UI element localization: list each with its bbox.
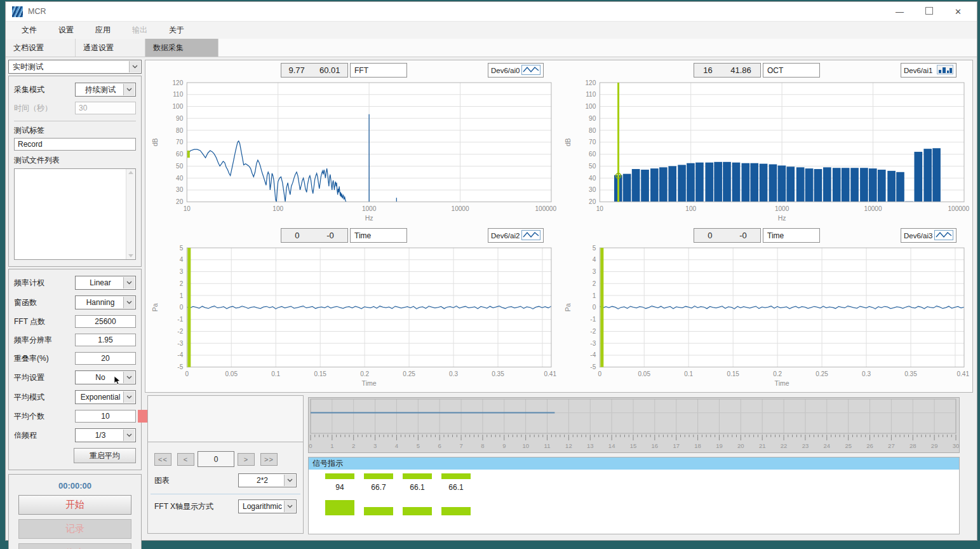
restart-average-button[interactable]: 重启平均 [74,448,136,463]
menu-item-0[interactable]: 文件 [11,25,48,36]
param-select[interactable]: Hanning [75,295,136,309]
menu-item-3: 输出 [121,25,158,36]
close-button[interactable]: ✕ [955,7,962,17]
chart-type-box: FFT [350,63,407,78]
param-value: 1.95 [98,336,112,344]
svg-text:120: 120 [173,79,184,86]
record-position-field[interactable]: 0 [198,451,234,467]
param-select[interactable]: 1/3 [75,428,136,442]
param-row-7: 平均个数10 [14,410,136,423]
chevron-down-icon[interactable] [284,501,295,512]
signal-level-value: 66.1 [448,483,463,492]
divider [151,494,300,494]
svg-text:0.05: 0.05 [225,370,238,377]
param-label: 频率分辨率 [14,335,75,346]
svg-text:3: 3 [180,268,184,275]
test-type-select[interactable]: 实时测试 [8,60,142,74]
svg-text:28: 28 [910,442,916,449]
fft-xaxis-mode-select[interactable]: Logarithmic [238,499,297,513]
menu-item-4[interactable]: 关于 [158,25,195,36]
param-label: 倍频程 [14,430,75,441]
svg-text:10: 10 [522,442,529,449]
svg-text:50: 50 [176,163,184,170]
chevron-down-icon[interactable] [123,430,135,441]
fft-xaxis-mode-label: FFT X轴显示方式 [154,501,213,512]
svg-text:Time: Time [775,379,789,387]
chevron-down-icon[interactable] [123,391,135,403]
prev-record-button[interactable]: < [177,453,194,466]
param-field[interactable]: 25600 [75,315,136,328]
svg-text:17: 17 [673,442,680,449]
svg-text:0.3: 0.3 [449,370,458,377]
param-select[interactable]: Linear [75,276,136,290]
cursor-y-value: 60.01 [319,65,340,75]
chevron-down-icon[interactable] [123,297,135,308]
svg-text:100000: 100000 [535,205,557,212]
chevron-down-icon[interactable] [129,61,140,72]
svg-text:70: 70 [176,139,184,146]
test-file-list[interactable] [14,168,136,260]
param-select[interactable]: No [75,370,136,384]
chevron-down-icon[interactable] [123,372,135,383]
start-button[interactable]: 开始 [18,495,131,515]
cursor-readout: 0-0 [281,228,348,243]
param-row-1: 窗函数Hanning [14,295,136,309]
svg-text:2: 2 [180,280,184,287]
device-name: Dev6/ai3 [904,232,932,240]
test-type-value: 实时测试 [13,62,43,72]
maximize-button[interactable] [925,7,933,17]
timeline-chart[interactable]: 0123456789101112131415161718192021222324… [309,398,959,452]
param-value: 10 [101,412,109,421]
scrollbar[interactable] [126,169,135,259]
record-button: 记录 [18,519,131,539]
chart-layout-select[interactable]: 2*2 [238,473,297,487]
signal-channel-0: 94 [325,473,354,515]
svg-text:2: 2 [593,280,596,287]
tab-0[interactable]: 文档设置 [6,39,76,57]
svg-text:Time: Time [362,379,377,387]
test-tag-field[interactable]: Record [14,138,136,151]
menu-item-2[interactable]: 应用 [84,25,121,36]
svg-text:19: 19 [716,442,723,449]
param-row-3: 频率分辨率1.95 [14,334,136,346]
sidebar: 实时测试 采集模式 持续测试 时间（秒） 30 [8,60,142,549]
run-control-group: 00:00:00 开始 记录 停止 [8,474,142,549]
last-record-button[interactable]: >> [260,453,278,466]
first-record-button[interactable]: << [154,453,171,466]
menu-item-1[interactable]: 设置 [48,25,84,36]
signal-active-bar [325,473,354,479]
acquisition-mode-select[interactable]: 持续测试 [75,83,136,97]
param-value: Linear [90,278,121,287]
param-field[interactable]: 10 [75,410,136,423]
plot-time2[interactable]: 00.050.10.150.20.250.30.350.41-5-4-3-2-1… [560,244,970,390]
svg-text:11: 11 [544,442,551,449]
tab-1[interactable]: 通道设置 [76,39,145,57]
plot-time1[interactable]: 00.050.10.150.20.250.30.350.41-5-4-3-2-1… [147,244,558,390]
scroll-down-icon[interactable] [128,254,133,257]
plot-fft[interactable]: 1010010001000010000020304050607080901001… [147,79,558,225]
svg-text:0: 0 [598,370,601,377]
scroll-up-icon[interactable] [128,171,133,174]
param-field[interactable]: 1.95 [75,334,136,346]
minimize-button[interactable]: — [896,7,904,17]
param-field[interactable]: 20 [75,352,136,365]
chevron-down-icon[interactable] [123,277,135,288]
chevron-down-icon[interactable] [123,84,135,95]
svg-text:120: 120 [586,79,596,86]
elapsed-timer: 00:00:00 [10,481,140,491]
tab-2[interactable]: 数据采集 [145,39,218,57]
svg-text:0.41: 0.41 [957,370,969,377]
next-record-button[interactable]: > [238,453,255,466]
main-content: 实时测试 采集模式 持续测试 时间（秒） 30 [6,57,977,540]
svg-text:1000: 1000 [775,205,789,212]
device-name: Dev6/ai0 [491,67,520,74]
svg-text:13: 13 [587,442,594,449]
plot-oct[interactable]: 1010010001000010000020304050607080901001… [560,79,970,225]
acquisition-group: 采集模式 持续测试 时间（秒） 30 测试标签 Record [8,76,142,267]
param-select[interactable]: Exponential [75,390,136,404]
recording-timeline[interactable]: 0123456789101112131415161718192021222324… [308,397,960,453]
chart-layout-label: 图表 [154,475,170,486]
chevron-down-icon[interactable] [284,475,295,486]
svg-text:30: 30 [953,442,959,449]
svg-text:10000: 10000 [452,205,469,212]
